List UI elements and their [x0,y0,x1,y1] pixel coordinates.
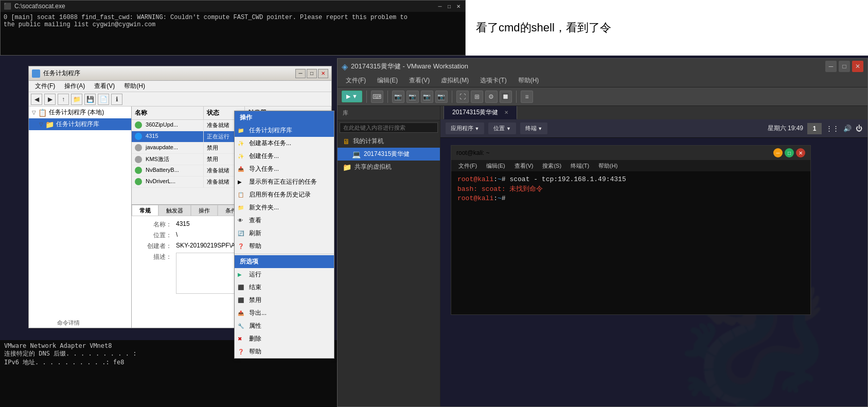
kali-apps-btn[interactable]: 应用程序 [446,122,484,134]
tree-root-item[interactable]: ▽ 📋 任务计划程序 (本地) [29,107,131,118]
vmware-options[interactable]: ≡ [521,91,533,103]
context-item-help[interactable]: ❓ 帮助 [235,240,334,253]
cmd-text-1: scoat - tcp:192.168.1.49:4315 [509,175,626,183]
tab-triggers[interactable]: 触发器 [158,205,191,216]
toolbar-forward[interactable]: ▶ [44,94,56,105]
terminal-menu-file[interactable]: 文件(F) [454,161,481,171]
vmware-snapshot2[interactable]: 📷 [406,91,419,103]
toolbar-save[interactable]: 💾 [84,94,96,105]
cmd-close-btn[interactable]: ✕ [455,3,462,10]
vmware-menu-view[interactable]: 查看(V) [404,75,435,86]
task-scheduler-close[interactable]: ✕ [318,69,328,78]
context-sub-disable[interactable]: ⬛ 禁用 [235,294,334,307]
context-item-new-folder[interactable]: 📁 新文件夹... [235,201,334,214]
context-sub-run[interactable]: ▶ 运行 [235,268,334,281]
vmware-close-btn[interactable]: ✕ [852,61,863,72]
task-scheduler-minimize[interactable]: ─ [295,69,306,78]
terminal-controls: ─ □ ✕ [773,148,805,157]
menu-action[interactable]: 操作(A) [60,81,89,92]
terminal-menu-search[interactable]: 搜索(S) [538,161,565,171]
vmware-fullscreen[interactable]: ⛶ [456,91,469,103]
vmware-main: 20174315黄华健 ✕ 应用程序 位置 终端 星期六 19:49 1 ⋮⋮ [440,106,867,406]
toolbar-info[interactable]: ℹ [111,94,122,105]
context-item-import[interactable]: 📥 导入任务... [235,163,334,175]
vmware-unity[interactable]: ⊞ [471,91,483,103]
vmware-view[interactable]: 🔲 [500,91,512,103]
vmware-minimize-btn[interactable]: ─ [825,61,837,72]
context-item-refresh[interactable]: 🔄 刷新 [235,227,334,240]
vmware-menu-help[interactable]: 帮助(H) [513,75,544,86]
context-sub-help[interactable]: ❓ 帮助 [235,345,334,358]
vmware-snapshot3[interactable]: 📷 [421,91,433,103]
vmware-send-ctrlaltdel[interactable]: ⌨ [371,91,383,103]
context-sub-delete[interactable]: ✖ 删除 [235,332,334,345]
context-item-view[interactable]: 👁 查看 [235,214,334,227]
vmware-menu-edit[interactable]: 编辑(E) [372,75,403,86]
terminal-menu-view[interactable]: 查看(V) [510,161,538,171]
tree-library-item[interactable]: ▽ 📁 任务计划程序库 [29,118,131,130]
context-item-enable-history[interactable]: 📋 启用所有任务历史记录 [235,188,334,201]
sidebar-search-input[interactable] [340,122,438,133]
vmware-menu-tabs[interactable]: 选项卡(T) [475,75,511,86]
cmd-title-text: C:\socat\socat.exe [14,3,65,10]
vm-tab-close[interactable]: ✕ [504,110,508,115]
tree-root-label: 任务计划程序 (本地) [49,108,104,117]
vmware-play-btn[interactable]: ▶ ▼ [342,91,362,102]
menu-help[interactable]: 帮助(H) [120,81,149,92]
kali-terminal-window: root@kali: ~ ─ □ ✕ 文件(F) 编辑(E) 查看(V) 搜索(… [451,145,811,315]
vmware-snapshot1[interactable]: 📷 [392,91,404,103]
context-item-library[interactable]: 📁 任务计划程序库 [235,124,334,137]
vm-tab-main[interactable]: 20174315黄华健 ✕ [444,106,517,119]
tab-actions[interactable]: 操作 [191,205,218,216]
kali-location-btn[interactable]: 位置 [488,122,516,134]
task-scheduler-maximize[interactable]: □ [307,69,317,78]
terminal-close-btn[interactable]: ✕ [796,148,805,157]
prompt-root-1: root@kali [457,175,493,183]
vm-item-icon: 💻 [352,150,361,158]
cmd-minimize-btn[interactable]: ─ [436,3,444,10]
context-sub-end[interactable]: ⬛ 结束 [235,281,334,294]
vmware-menu-file[interactable]: 文件(F) [341,75,371,86]
cmd-maximize-btn[interactable]: □ [446,3,453,10]
menu-view[interactable]: 查看(V) [90,81,119,92]
terminal-menu-help[interactable]: 帮助(H) [594,161,622,171]
toolbar-up[interactable]: ↑ [58,94,69,105]
context-run-icon: ▶ [238,272,242,277]
context-item-show-running[interactable]: ▶ 显示所有正在运行的任务 [235,175,334,188]
terminal-maximize-btn[interactable]: □ [785,148,794,157]
kali-workspace-indicator[interactable]: 1 [807,123,822,134]
terminal-line-1: root@kali:~# scoat - tcp:192.168.1.49:43… [457,175,804,183]
kali-terminal-btn[interactable]: 终端 [520,122,547,134]
terminal-menu-terminal[interactable]: 终端(T) [566,161,593,171]
terminal-menu-edit[interactable]: 编辑(E) [482,161,509,171]
sidebar-shared-vms[interactable]: 📁 共享的虚拟机 [338,161,440,173]
vmware-settings[interactable]: ⚙ [485,91,498,103]
my-computer-icon: 🖥 [343,137,350,146]
context-export-icon: 📤 [238,310,244,316]
tab-general[interactable]: 常规 [132,205,158,216]
context-import-label: 导入任务... [249,165,279,173]
menu-file[interactable]: 文件(F) [31,81,59,92]
task-name-2: javaupdate... [132,143,204,153]
kali-clock: 星期六 19:49 1 ⋮⋮ 🔊 ⏻ [768,123,862,134]
context-item-create-basic[interactable]: ✨ 创建基本任务... [235,137,334,150]
task-scheduler-title: 任务计划程序 [32,69,80,78]
prompt-colon-1: : [493,175,498,183]
vmware-maximize-btn[interactable]: □ [839,61,850,72]
toolbar-folder[interactable]: 📁 [71,94,82,105]
sidebar-vm-item[interactable]: 💻 20174315黄华健 [338,148,440,161]
toolbar-back[interactable]: ◀ [31,94,42,105]
context-sub-properties[interactable]: 🔧 属性 [235,320,334,332]
toolbar-export[interactable]: 📄 [98,94,109,105]
prompt-root-2: root@kali [457,194,493,202]
col-name[interactable]: 名称 [132,107,204,119]
vmware-snapshot4[interactable]: 📷 [435,91,448,103]
cmd-line1: 0 [main] socat 16088 find_fast_cwd: WARN… [4,14,462,21]
context-sub-export[interactable]: 📤 导出... [235,307,334,320]
sidebar-my-computer[interactable]: 🖥 我的计算机 [338,135,440,148]
context-item-create-task[interactable]: ✨ 创建任务... [235,150,334,163]
terminal-minimize-btn[interactable]: ─ [773,148,783,157]
vmware-menu-vm[interactable]: 虚拟机(M) [436,75,474,86]
terminal-body[interactable]: root@kali:~# scoat - tcp:192.168.1.49:43… [451,171,810,314]
kali-power-icon[interactable]: ⏻ [856,125,862,132]
